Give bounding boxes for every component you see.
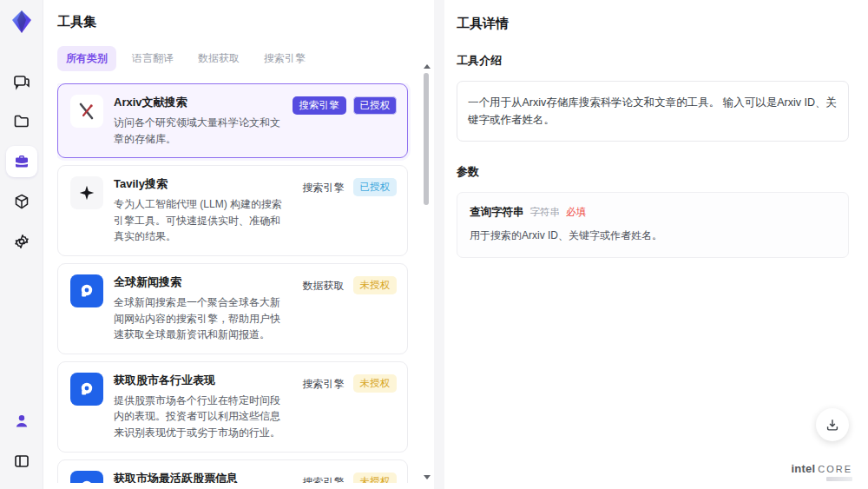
tool-intro-box: 一个用于从Arxiv存储库搜索科学论文和文章的工具。 输入可以是Arxiv ID… bbox=[457, 81, 849, 142]
pane-divider bbox=[434, 0, 444, 489]
blue-q-logo-icon bbox=[70, 373, 103, 406]
tavily-star-icon bbox=[70, 176, 103, 209]
sidebar-item-files[interactable] bbox=[6, 106, 37, 137]
scrollbar-thumb[interactable] bbox=[424, 73, 429, 205]
tool-card-arxiv[interactable]: Arxiv文献搜索 访问各个研究领域大量科学论文和文章的存储库。 搜索引擎 已授… bbox=[57, 83, 408, 158]
intel-wordmark: intel bbox=[791, 462, 815, 475]
sidebar-item-tools[interactable] bbox=[6, 146, 37, 177]
user-icon bbox=[13, 413, 30, 430]
gear-icon bbox=[13, 233, 30, 250]
tool-card-tavily[interactable]: Tavily搜索 专为人工智能代理 (LLM) 构建的搜索引擎工具。可快速提供实… bbox=[57, 165, 408, 256]
intel-core-logo: intel CORE bbox=[791, 462, 852, 475]
tab-data-fetching[interactable]: 数据获取 bbox=[189, 46, 248, 71]
sidebar-item-account[interactable] bbox=[6, 406, 37, 437]
tool-detail-pane: 工具详情 工具介绍 一个用于从Arxiv存储库搜索科学论文和文章的工具。 输入可… bbox=[444, 0, 868, 489]
arxiv-logo-icon bbox=[70, 95, 103, 128]
tool-card-sector-performance[interactable]: 获取股市各行业表现 提供股票市场各个行业在特定时间段内的表现。投资者可以利用这些… bbox=[57, 361, 408, 453]
sidebar-item-settings[interactable] bbox=[6, 226, 37, 257]
category-badge: 搜索引擎 bbox=[301, 178, 346, 198]
panel-toggle-icon bbox=[13, 453, 30, 470]
core-wordmark: CORE bbox=[818, 464, 852, 474]
sidebar-item-panel-toggle[interactable] bbox=[6, 446, 37, 477]
app-logo-icon bbox=[9, 9, 35, 35]
tool-intro-text: 一个用于从Arxiv存储库搜索科学论文和文章的工具。 输入可以是Arxiv ID… bbox=[468, 96, 837, 126]
scroll-down-arrow-icon[interactable] bbox=[424, 475, 431, 479]
sidebar-item-chat[interactable] bbox=[6, 66, 37, 97]
tab-language-translation[interactable]: 语言翻译 bbox=[123, 46, 182, 71]
parameter-card: 查询字符串 字符串 必填 用于搜索的Arxiv ID、关键字或作者姓名。 bbox=[457, 192, 849, 258]
tool-name: Tavily搜索 bbox=[114, 176, 291, 192]
brand-accent-strip bbox=[826, 477, 852, 481]
param-name: 查询字符串 bbox=[470, 205, 524, 220]
param-required-badge: 必填 bbox=[566, 206, 586, 219]
category-badge: 搜索引擎 bbox=[293, 96, 346, 115]
download-button[interactable] bbox=[816, 408, 849, 441]
category-badge: 搜索引擎 bbox=[301, 374, 346, 394]
tool-card-global-news[interactable]: 全球新闻搜索 全球新闻搜索是一个聚合全球各大新闻网站内容的搜索引擎，帮助用户快速… bbox=[57, 263, 408, 354]
tool-description: 访问各个研究领域大量科学论文和文章的存储库。 bbox=[114, 115, 282, 147]
auth-status-badge: 已授权 bbox=[353, 178, 398, 196]
category-badge: 数据获取 bbox=[301, 276, 346, 296]
auth-status-badge: 未授权 bbox=[353, 374, 398, 393]
auth-status-badge: 未授权 bbox=[353, 276, 398, 294]
cube-icon bbox=[13, 193, 30, 210]
tool-list: Arxiv文献搜索 访问各个研究领域大量科学论文和文章的存储库。 搜索引擎 已授… bbox=[57, 83, 420, 483]
tab-search-engine[interactable]: 搜索引擎 bbox=[255, 46, 314, 71]
scroll-up-arrow-icon[interactable] bbox=[424, 64, 431, 69]
category-tabs: 所有类别 语言翻译 数据获取 搜索引擎 bbox=[57, 46, 420, 71]
auth-status-badge: 已授权 bbox=[353, 96, 398, 115]
folder-icon bbox=[13, 113, 30, 130]
tool-name: 获取股市各行业表现 bbox=[114, 373, 291, 388]
toolbox-icon bbox=[13, 153, 30, 170]
tool-name: 全球新闻搜索 bbox=[114, 274, 291, 290]
tool-list-scrollbar[interactable] bbox=[422, 64, 431, 479]
tool-description: 全球新闻搜索是一个聚合全球各大新闻网站内容的搜索引擎，帮助用户快速获取全球最新资… bbox=[114, 294, 291, 343]
tool-name: Arxiv文献搜索 bbox=[114, 95, 282, 110]
param-description: 用于搜索的Arxiv ID、关键字或作者姓名。 bbox=[470, 228, 836, 243]
download-icon bbox=[825, 417, 840, 433]
tool-name: 获取市场最活跃股票信息 bbox=[114, 471, 291, 483]
chat-icon bbox=[13, 73, 30, 90]
tool-list-pane: 工具集 所有类别 语言翻译 数据获取 搜索引擎 Arxiv文献搜索 访问 bbox=[43, 0, 434, 489]
left-rail bbox=[0, 0, 43, 489]
detail-title: 工具详情 bbox=[457, 16, 849, 32]
tool-description: 提供股票市场各个行业在特定时间段内的表现。投资者可以利用这些信息来识别表现优于或… bbox=[114, 393, 291, 441]
auth-status-badge: 未授权 bbox=[353, 472, 398, 483]
blue-q-logo-icon bbox=[70, 274, 103, 307]
app-window: 工具集 所有类别 语言翻译 数据获取 搜索引擎 Arxiv文献搜索 访问 bbox=[0, 0, 868, 489]
params-section-title: 参数 bbox=[457, 164, 849, 180]
page-title: 工具集 bbox=[57, 14, 420, 30]
tool-description: 专为人工智能代理 (LLM) 构建的搜索引擎工具。可快速提供实时、准确和真实的结… bbox=[114, 196, 291, 245]
tool-card-active-stocks[interactable]: 获取市场最活跃股票信息 提供当天交易量最高的股票列表。投资者可以利用这些信息来识… bbox=[57, 459, 408, 483]
intro-section-title: 工具介绍 bbox=[457, 53, 849, 69]
param-type: 字符串 bbox=[530, 206, 561, 219]
category-badge: 搜索引擎 bbox=[301, 472, 346, 483]
tab-all-categories[interactable]: 所有类别 bbox=[57, 46, 116, 71]
sidebar-item-packages[interactable] bbox=[6, 186, 37, 217]
blue-q-logo-icon bbox=[70, 471, 103, 483]
